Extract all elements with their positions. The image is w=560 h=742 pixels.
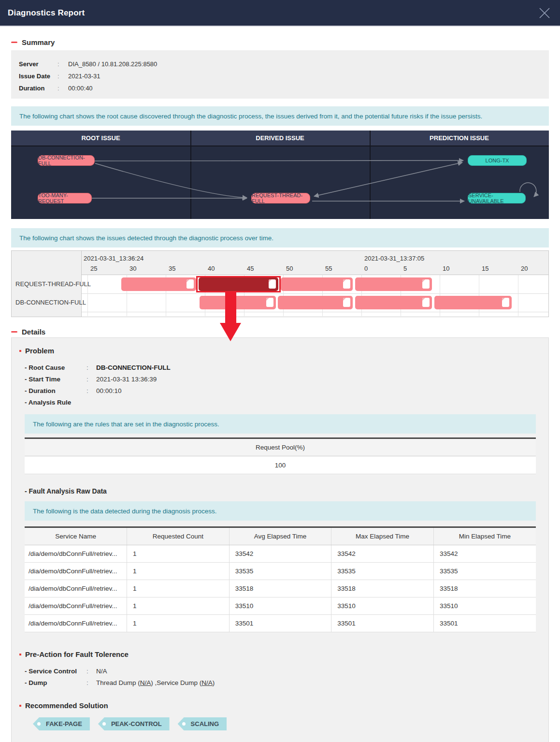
- column-divider: [190, 131, 191, 219]
- preaction-row-value: Thread Dump (N/A) ,Service Dump (N/A): [96, 679, 215, 686]
- problem-row: - Duration:00:00:10: [25, 385, 541, 396]
- close-button[interactable]: [536, 4, 553, 22]
- summary-section-heading: Summary: [11, 38, 549, 46]
- preaction-row-label: - Service Control: [25, 668, 86, 675]
- timeline-bar[interactable]: [434, 296, 512, 309]
- raw-cell-value: 33501: [433, 615, 536, 632]
- timeline-timestamp-mid: 2021-03-31_13:37:05: [364, 255, 424, 262]
- document-icon[interactable]: [343, 298, 350, 307]
- summary-row-label: Issue Date: [19, 73, 57, 80]
- service-dump-link[interactable]: N/A: [201, 679, 213, 686]
- raw-cell-value: 33501: [331, 615, 434, 632]
- summary-row-value: DIA_8580 / 10.81.208.225:8580: [68, 60, 157, 68]
- column-divider: [370, 131, 371, 219]
- timeline-banner-text: The following chart shows the issues det…: [19, 234, 273, 242]
- problem-row-value: 2021-03-31 13:36:39: [96, 376, 157, 383]
- rule-table-value: 100: [25, 456, 536, 474]
- analysis-rule-table: Request Pool(%) 100: [25, 437, 536, 474]
- solution-chip-scaling[interactable]: SCALING: [178, 717, 227, 730]
- timeline-bar[interactable]: [355, 277, 432, 291]
- problem-row-label: - Root Cause: [25, 364, 86, 371]
- raw-cell-service-name: /dia/demo/dbConnFull/retriev...: [25, 580, 127, 597]
- rule-table-header: Request Pool(%): [25, 438, 536, 456]
- preaction-text: N/A: [96, 668, 107, 675]
- node-db-connection-full: DB-CONNECTION-FULL: [38, 155, 95, 166]
- timeline-tick-label: 55: [325, 265, 332, 272]
- header-divider: [11, 145, 549, 146]
- node-service-unavailable: SERVICE-UNAVAILABLE: [468, 193, 526, 204]
- close-icon: [537, 6, 552, 20]
- timeline-bar[interactable]: [278, 296, 353, 309]
- colon: :: [57, 85, 68, 92]
- raw-table-row: /dia/demo/dbConnFull/retriev...133510335…: [25, 597, 536, 615]
- problem-row-label: - Duration: [25, 387, 86, 394]
- details-panel: Problem - Root Cause:DB-CONNECTION-FULL-…: [11, 337, 549, 742]
- raw-cell-value: 33518: [229, 580, 331, 597]
- raw-table-row: /dia/demo/dbConnFull/retriev...133535335…: [25, 563, 536, 580]
- raw-cell-value: 33535: [331, 563, 434, 580]
- timeline-row-label: REQUEST-THREAD-FULL: [15, 280, 91, 288]
- solution-chip-fake-page[interactable]: FAKE-PAGE: [33, 717, 90, 730]
- timeline-tick-label: 5: [403, 265, 407, 272]
- document-icon[interactable]: [502, 298, 509, 307]
- timeline-bar[interactable]: [281, 277, 353, 291]
- timeline-tick-label: 15: [482, 265, 488, 272]
- timeline-bar[interactable]: [199, 277, 278, 291]
- summary-row: Duration:00:00:40: [19, 82, 541, 94]
- bullet-icon: [19, 705, 21, 707]
- node-too-many-request: TOO-MANY-REQUEST: [38, 193, 92, 204]
- raw-cell-value: 1: [127, 545, 230, 563]
- problem-row-value: 00:00:10: [96, 387, 122, 394]
- column-derived-issue: DERIVED ISSUE: [190, 131, 370, 145]
- raw-cell-value: 1: [127, 597, 230, 615]
- raw-table-row: /dia/demo/dbConnFull/retriev...133501335…: [25, 615, 536, 632]
- timeline-row-label: DB-CONNECTION-FULL: [15, 299, 86, 306]
- thread-dump-link[interactable]: N/A: [140, 679, 151, 686]
- preaction-row: - Service Control:N/A: [25, 665, 541, 677]
- timeline-timestamp-start: 2021-03-31_13:36:24: [84, 255, 144, 262]
- analysis-rule-banner: The following are the rules that are set…: [25, 414, 536, 434]
- bullet-icon: [19, 350, 21, 352]
- timeline-bar[interactable]: [200, 296, 276, 309]
- problem-row: - Start Time:2021-03-31 13:36:39: [25, 373, 541, 385]
- raw-cell-service-name: /dia/demo/dbConnFull/retriev...: [25, 563, 127, 580]
- fault-raw-banner: The following is the data detected durin…: [25, 501, 536, 521]
- colon: :: [86, 679, 96, 686]
- raw-cell-service-name: /dia/demo/dbConnFull/retriev...: [25, 597, 127, 615]
- summary-row-label: Duration: [19, 85, 57, 92]
- summary-row: Issue Date:2021-03-31: [19, 70, 541, 82]
- details-title: Details: [22, 328, 45, 336]
- solution-chip-peak-control[interactable]: PEAK-CONTROL: [98, 717, 170, 730]
- document-icon[interactable]: [422, 279, 430, 289]
- raw-cell-value: 33535: [433, 563, 536, 580]
- section-dash-icon: [11, 42, 17, 43]
- timeline-bar[interactable]: [355, 296, 432, 309]
- problem-row-value: DB-CONNECTION-FULL: [96, 364, 171, 371]
- node-request-thread-full: REQUEST-THREAD-FULL: [251, 193, 310, 204]
- problem-heading: Problem: [19, 347, 541, 355]
- timeline-tick-label: 0: [364, 265, 368, 272]
- fault-raw-banner-text: The following is the data detected durin…: [33, 508, 217, 515]
- summary-box: Server:DIA_8580 / 10.81.208.225:8580Issu…: [11, 50, 549, 99]
- document-icon[interactable]: [187, 279, 194, 289]
- preaction-text: ): [213, 679, 215, 686]
- raw-cell-value: 33518: [331, 580, 434, 597]
- document-icon[interactable]: [269, 279, 276, 289]
- fault-raw-data-table: Service NameRequested CountAvg Elapsed T…: [25, 526, 536, 632]
- problem-row-label: - Start Time: [25, 376, 86, 383]
- raw-cell-value: 33542: [229, 545, 331, 563]
- issue-flow-banner-text: The following chart shows the root cause…: [19, 113, 482, 120]
- node-long-tx: LONG-TX: [468, 155, 527, 166]
- colon: :: [86, 376, 96, 383]
- timeline-bar[interactable]: [121, 277, 197, 291]
- document-icon[interactable]: [343, 279, 350, 289]
- raw-cell-service-name: /dia/demo/dbConnFull/retriev...: [25, 615, 127, 632]
- summary-row: Server:DIA_8580 / 10.81.208.225:8580: [19, 58, 541, 70]
- issue-flow-diagram: ROOT ISSUE DERIVED ISSUE PREDICTION ISSU…: [11, 131, 549, 219]
- summary-title: Summary: [22, 38, 55, 46]
- document-icon[interactable]: [266, 298, 273, 307]
- document-icon[interactable]: [422, 298, 430, 307]
- preaction-heading: Pre-Action for Fault Tolerence: [19, 650, 541, 658]
- colon: :: [86, 364, 96, 371]
- raw-table-row: /dia/demo/dbConnFull/retriev...133542335…: [25, 545, 536, 563]
